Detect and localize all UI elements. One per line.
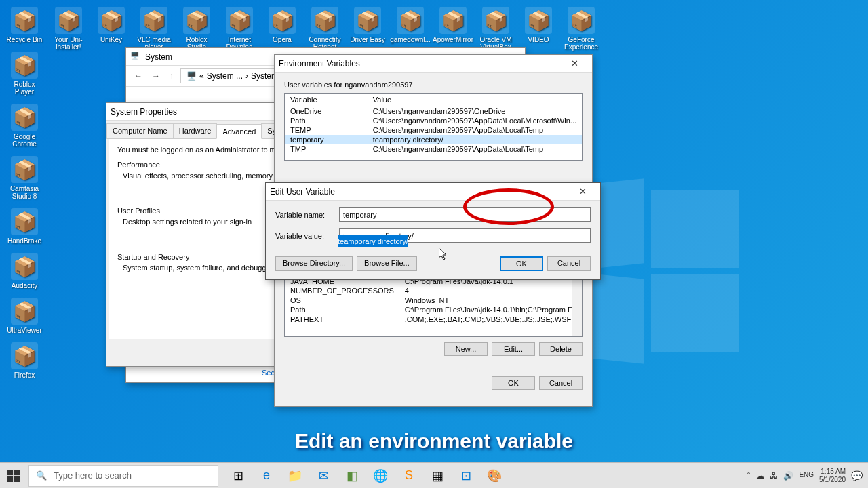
desktop-icon[interactable]: 📦UltraViewer [3, 294, 45, 338]
system-vars-table[interactable]: JAVA_HOMEC:\Program Files\Java\jdk-14.0.… [284, 276, 583, 337]
mail-icon[interactable]: ✉ [309, 463, 338, 489]
nav-forward[interactable]: → [149, 70, 163, 82]
edit-ok-button[interactable]: OK [500, 256, 543, 271]
desktop-icon[interactable]: 📦Google Chrome [3, 100, 45, 151]
user-vars-table[interactable]: Variable Value OneDriveC:\Users\nganvand… [284, 93, 583, 161]
sys-delete-button[interactable]: Delete [539, 342, 583, 356]
tab-advanced[interactable]: Advanced [216, 124, 262, 139]
env-ok-button[interactable]: OK [492, 376, 535, 390]
table-row[interactable]: TMPC:\Users\nganvandam290597\AppData\Loc… [285, 144, 582, 154]
table-row[interactable]: OSWindows_NT [285, 296, 583, 305]
onedrive-icon[interactable]: ☁ [756, 471, 764, 481]
svg-rect-1 [14, 470, 20, 475]
table-row[interactable]: PathC:\Program Files\Java\jdk-14.0.1\bin… [285, 305, 583, 314]
paint-icon[interactable]: 🎨 [480, 463, 509, 489]
tab-hardware[interactable]: Hardware [173, 123, 218, 138]
sublime-icon[interactable]: S [395, 463, 423, 489]
browse-directory-button[interactable]: Browse Directory... [275, 256, 353, 271]
tab-computer-name[interactable]: Computer Name [106, 123, 174, 138]
video-caption: Edit an environment variable [295, 430, 573, 453]
computer-icon: 🖥️ [130, 52, 141, 62]
table-row[interactable]: OneDriveC:\Users\nganvandam290597\OneDri… [285, 106, 582, 117]
svg-rect-0 [7, 470, 13, 475]
desktop-icon[interactable]: 📦Camtasia Studio 8 [3, 152, 45, 203]
table-row[interactable]: temporaryteamporary directory/ [285, 135, 582, 144]
browse-file-button[interactable]: Browse File... [357, 256, 417, 271]
sys-new-button[interactable]: New... [444, 342, 488, 356]
taskbar: 🔍 Type here to search ⊞ e 📁 ✉ ◧ 🌐 S ▦ ⊡ … [0, 462, 868, 488]
explorer-icon[interactable]: 📁 [281, 463, 309, 489]
camtasia-icon[interactable]: ◧ [338, 463, 366, 489]
env-close-icon[interactable]: ✕ [561, 58, 588, 68]
language-icon[interactable]: ENG [799, 471, 814, 481]
search-icon: 🔍 [36, 470, 47, 481]
selected-value-text: teamporary directory/ [338, 235, 408, 247]
var-name-input[interactable] [339, 207, 591, 222]
chrome-icon[interactable]: 🌐 [366, 463, 395, 489]
desktop-icon[interactable]: 📦HandBrake [3, 205, 45, 248]
var-value-label: Variable value: [275, 232, 339, 240]
volume-icon[interactable]: 🔊 [783, 471, 793, 481]
task-view-icon[interactable]: ⊞ [224, 463, 252, 489]
svg-rect-3 [14, 476, 20, 481]
nav-back[interactable]: ← [132, 70, 145, 82]
edit-user-variable-dialog: Edit User Variable ✕ Variable name: Vari… [265, 182, 601, 280]
edge-icon[interactable]: e [252, 463, 281, 489]
user-vars-label: User variables for nganvandam290597 [284, 81, 583, 89]
desktop-icon[interactable]: 📦Roblox Player [3, 48, 45, 99]
tray-chevron-icon[interactable]: ˄ [747, 471, 751, 481]
var-name-label: Variable name: [275, 211, 339, 219]
env-title: Environment Variables [279, 59, 561, 68]
table-row[interactable]: PATHEXT.COM;.EXE;.BAT;.CMD;.VBS;.VBE;.JS… [285, 314, 583, 324]
table-row[interactable]: TEMPC:\Users\nganvandam290597\AppData\Lo… [285, 125, 582, 135]
table-row[interactable]: NUMBER_OF_PROCESSORS4 [285, 286, 583, 296]
tray-icons[interactable]: ˄ ☁ 🖧 🔊 ENG [747, 471, 814, 481]
edit-close-icon[interactable]: ✕ [569, 186, 596, 197]
desktop-icon[interactable]: 📦Firefox [3, 339, 45, 382]
table-row[interactable]: PathC:\Users\nganvandam290597\AppData\Lo… [285, 116, 582, 125]
nav-up[interactable]: ↑ [167, 70, 176, 82]
desktop-icon[interactable]: 📦Audacity [3, 249, 45, 293]
desktop-icon[interactable]: 📦GeForce Experience [560, 3, 602, 62]
desktop-icon[interactable]: 📦Your Uni-installer! [47, 3, 90, 62]
edit-title: Edit User Variable [270, 187, 569, 197]
svg-rect-2 [7, 476, 13, 481]
sys-edit-button[interactable]: Edit... [492, 342, 535, 356]
network-icon[interactable]: 🖧 [770, 471, 778, 481]
desktop-icon[interactable]: 📦Recycle Bin [3, 3, 45, 47]
app-icon[interactable]: ▦ [423, 463, 452, 489]
settings-icon[interactable]: ⊡ [452, 463, 480, 489]
env-cancel-button[interactable]: Cancel [539, 376, 583, 390]
notifications-icon[interactable]: 💬 [851, 470, 863, 481]
scrollbar[interactable] [572, 277, 582, 336]
edit-cancel-button[interactable]: Cancel [547, 256, 591, 271]
taskbar-clock[interactable]: 1:15 AM 5/1/2020 [819, 468, 846, 484]
taskbar-search[interactable]: 🔍 Type here to search [28, 465, 218, 487]
start-button[interactable] [0, 463, 27, 489]
